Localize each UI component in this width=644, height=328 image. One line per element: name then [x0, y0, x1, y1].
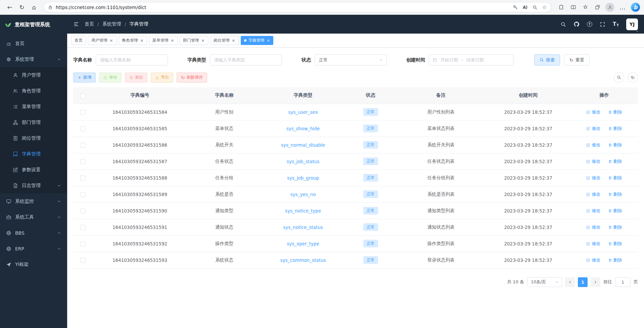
tab-role-mgmt[interactable]: 角色管理 × [119, 36, 147, 45]
start-date-placeholder[interactable]: 开始日期 [441, 57, 458, 63]
browser-back-icon[interactable]: ← [4, 2, 15, 13]
row-edit-button[interactable]: 修改 [586, 175, 600, 181]
collections-icon[interactable] [592, 2, 603, 13]
extensions-icon[interactable] [555, 2, 567, 13]
sidebar-item-param-settings[interactable]: 参数设置 [0, 162, 67, 178]
row-edit-button[interactable]: 修改 [586, 208, 600, 214]
fullscreen-icon[interactable] [600, 21, 605, 27]
sidebar-item-yi-framework[interactable]: Yi框架 [0, 256, 67, 272]
refresh-cache-button[interactable]: ↻刷新缓存 [177, 73, 207, 83]
address-bar[interactable]: https://ccnetcore.com:1101/system/dict A… [44, 2, 551, 12]
row-edit-button[interactable]: 修改 [586, 224, 600, 230]
tab-dept-mgmt[interactable]: 部门管理 × [180, 36, 208, 45]
end-date-placeholder[interactable]: 结束日期 [466, 57, 484, 63]
header-search-icon[interactable] [560, 21, 566, 27]
browser-profile-avatar[interactable] [605, 3, 614, 12]
split-screen-icon[interactable] [567, 2, 579, 13]
tab-home[interactable]: 首页 [71, 36, 86, 45]
tab-close-icon[interactable]: × [140, 38, 144, 43]
sidebar-item-system-mgmt[interactable]: 系统管理 [0, 51, 67, 67]
next-page-button[interactable]: › [591, 277, 600, 287]
row-delete-button[interactable]: 删除 [608, 257, 622, 263]
goto-page-input[interactable] [615, 277, 631, 287]
sidebar-item-bbs[interactable]: BBS [0, 225, 67, 241]
dict-type-link[interactable]: sys_common_status [280, 257, 326, 263]
refresh-table-button[interactable]: ↻ [628, 72, 638, 83]
tab-user-mgmt[interactable]: 用户管理 × [88, 36, 117, 45]
dict-type-link[interactable]: sys_yes_no [290, 192, 316, 197]
url-text[interactable]: https://ccnetcore.com:1101/system/dict [56, 5, 511, 10]
row-checkbox[interactable] [80, 143, 85, 148]
row-delete-button[interactable]: 删除 [608, 191, 622, 197]
tab-close-icon[interactable]: × [171, 38, 174, 43]
help-icon[interactable]: ? [587, 21, 592, 27]
toggle-search-button[interactable] [614, 72, 624, 83]
dict-type-link[interactable]: sys_user_sex [288, 109, 318, 115]
row-checkbox[interactable] [80, 241, 85, 246]
row-delete-button[interactable]: 删除 [608, 224, 622, 230]
status-select[interactable]: 正常 [315, 54, 387, 65]
row-delete-button[interactable]: 删除 [608, 208, 622, 214]
dict-type-input[interactable] [210, 54, 282, 65]
bing-copilot-icon[interactable]: b [631, 3, 640, 12]
row-edit-button[interactable]: 修改 [586, 191, 600, 197]
sidebar-item-menu-mgmt[interactable]: 菜单管理 [0, 99, 67, 114]
sidebar-item-dept-mgmt[interactable]: 部门管理 [0, 114, 67, 130]
sidebar-item-dict-mgmt[interactable]: 字典管理 [0, 146, 67, 162]
sidebar-item-post-mgmt[interactable]: 岗位管理 [0, 130, 67, 146]
read-aloud-icon[interactable]: A) [520, 3, 530, 12]
row-edit-button[interactable]: 修改 [586, 257, 600, 263]
row-edit-button[interactable]: 修改 [586, 241, 600, 247]
browser-refresh-icon[interactable]: ↻ [16, 2, 28, 13]
dict-name-input[interactable] [96, 54, 168, 65]
add-favorite-star-icon[interactable]: ☆ [540, 3, 549, 12]
browser-more-icon[interactable]: … [617, 2, 628, 13]
tab-close-icon[interactable]: × [267, 38, 270, 43]
row-checkbox[interactable] [80, 258, 85, 263]
prev-page-button[interactable]: ‹ [565, 277, 575, 287]
favorites-icon[interactable] [580, 2, 591, 13]
tab-close-icon[interactable]: × [232, 38, 235, 43]
search-button[interactable]: 搜索 [534, 54, 560, 65]
sidebar-item-user-mgmt[interactable]: 用户管理 [0, 67, 67, 83]
row-checkbox[interactable] [80, 159, 85, 164]
tab-menu-mgmt[interactable]: 菜单管理 × [149, 36, 178, 45]
sidebar-item-erp[interactable]: ERP [0, 241, 67, 256]
dict-type-link[interactable]: sys_normal_disable [281, 142, 325, 148]
row-delete-button[interactable]: 删除 [608, 126, 622, 132]
browser-home-icon[interactable]: ⌂ [28, 2, 40, 13]
row-edit-button[interactable]: 修改 [586, 109, 600, 115]
row-edit-button[interactable]: 修改 [586, 158, 600, 165]
dict-type-link[interactable]: sys_job_status [287, 159, 320, 164]
edit-button[interactable]: 修改 [99, 73, 122, 83]
row-delete-button[interactable]: 删除 [608, 241, 622, 247]
font-size-icon[interactable]: TT [613, 21, 619, 27]
row-checkbox[interactable] [80, 110, 85, 115]
tab-close-icon[interactable]: × [201, 38, 205, 43]
row-checkbox[interactable] [80, 192, 85, 197]
breadcrumb-item-home[interactable]: 首页 [85, 21, 94, 27]
sidebar-item-home[interactable]: 首页 [0, 36, 67, 51]
dict-type-link[interactable]: sys_oper_type [287, 241, 319, 246]
dict-type-link[interactable]: sys_notice_type [285, 208, 321, 214]
delete-button[interactable]: 删除 [125, 73, 147, 83]
dict-type-link[interactable]: sys_show_hide [286, 126, 320, 131]
export-button[interactable]: 导出 [151, 73, 173, 83]
sidebar-item-log-mgmt[interactable]: 日志管理 [0, 178, 67, 193]
sidebar-toggle-icon[interactable] [73, 21, 79, 27]
user-avatar-logo[interactable]: YJ [626, 18, 638, 30]
password-key-icon[interactable] [511, 3, 520, 12]
date-range-picker[interactable]: 开始日期 - 结束日期 [429, 54, 513, 65]
add-button[interactable]: 新增 [73, 73, 96, 83]
row-delete-button[interactable]: 删除 [608, 109, 622, 115]
select-all-checkbox[interactable] [80, 93, 85, 98]
dict-type-link[interactable]: sys_notice_status [283, 225, 323, 230]
tab-post-mgmt[interactable]: 岗位管理 × [210, 36, 239, 45]
github-icon[interactable] [573, 21, 580, 27]
tab-close-icon[interactable]: × [109, 38, 113, 43]
dict-type-link[interactable]: sys_job_group [287, 175, 319, 181]
zoom-out-icon[interactable] [530, 3, 539, 12]
row-delete-button[interactable]: 删除 [608, 142, 622, 148]
sidebar-item-role-mgmt[interactable]: 角色管理 [0, 83, 67, 99]
row-checkbox[interactable] [80, 126, 85, 131]
